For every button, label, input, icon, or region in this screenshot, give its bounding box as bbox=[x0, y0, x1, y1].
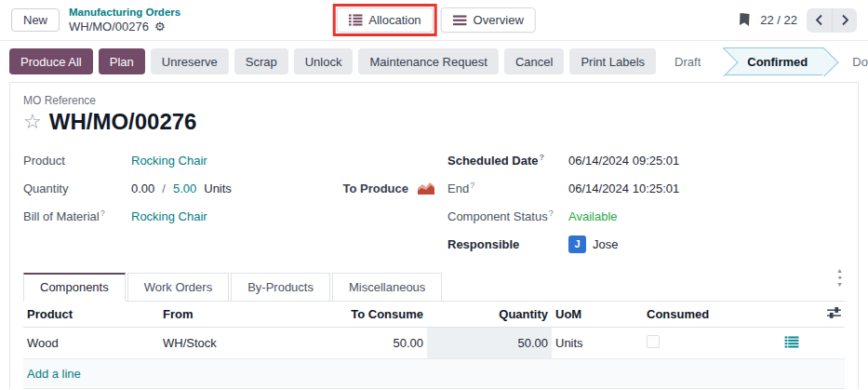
scroll-down-icon[interactable]: ▼ bbox=[836, 281, 843, 288]
plan-button[interactable]: Plan bbox=[99, 48, 145, 74]
tab-miscellaneous[interactable]: Miscellaneous bbox=[332, 273, 442, 301]
help-icon: ? bbox=[470, 181, 474, 190]
cell-to-consume[interactable]: 50.00 bbox=[330, 328, 427, 359]
status-step-done[interactable]: Done bbox=[839, 55, 868, 69]
table-header-row: Product From To Consume Quantity UoM Con… bbox=[23, 302, 845, 328]
col-header-product[interactable]: Product bbox=[23, 302, 159, 328]
quantity-produced-value[interactable]: 0.00 bbox=[131, 182, 154, 195]
components-table: Product From To Consume Quantity UoM Con… bbox=[23, 302, 845, 389]
scroll-up-icon[interactable]: ▲ bbox=[836, 267, 843, 274]
tab-work-orders[interactable]: Work Orders bbox=[127, 273, 229, 301]
cancel-button[interactable]: Cancel bbox=[504, 48, 564, 74]
forecast-chart-icon[interactable] bbox=[418, 182, 434, 195]
pager-previous-button[interactable] bbox=[807, 8, 832, 33]
mo-reference-label: MO Reference bbox=[23, 94, 845, 107]
action-button-bar: Produce All Plan Unreserve Scrap Unlock … bbox=[0, 41, 868, 82]
help-icon: ? bbox=[100, 208, 105, 218]
add-a-line-link[interactable]: Add a line bbox=[27, 367, 81, 381]
top-control-bar: New Manufacturing Orders WH/MO/00276 ⚙ bbox=[0, 0, 868, 41]
print-labels-button[interactable]: Print Labels bbox=[569, 48, 656, 74]
help-icon: ? bbox=[549, 208, 554, 218]
col-header-from[interactable]: From bbox=[159, 302, 330, 328]
col-header-consumed[interactable]: Consumed bbox=[643, 302, 764, 328]
unreserve-button[interactable]: Unreserve bbox=[151, 48, 229, 74]
quantity-total-value[interactable]: 5.00 bbox=[173, 182, 196, 195]
component-status-label: Component Status? bbox=[447, 208, 568, 223]
bom-value-link[interactable]: Rocking Chair bbox=[131, 209, 207, 223]
end-label: End? bbox=[447, 181, 568, 195]
scheduled-date-value[interactable]: 06/14/2024 09:25:01 bbox=[568, 154, 679, 168]
avatar: J bbox=[568, 235, 586, 253]
scroll-grip-icon[interactable]: ● bbox=[837, 274, 841, 280]
optional-columns-icon[interactable] bbox=[827, 307, 841, 321]
to-produce-label: To Produce bbox=[342, 182, 408, 195]
annotation-highlight-box: Allocation bbox=[332, 4, 436, 36]
bookmark-icon[interactable] bbox=[739, 13, 751, 27]
scheduled-date-field-row: Scheduled Date? 06/14/2024 09:25:01 bbox=[447, 146, 845, 174]
responsible-field-row: Responsible J Jose bbox=[447, 230, 845, 258]
cell-quantity[interactable]: 50.00 bbox=[427, 328, 552, 359]
table-row[interactable]: Wood WH/Stock 50.00 50.00 Units bbox=[23, 328, 845, 359]
end-date-field-row: End? 06/14/2024 10:25:01 bbox=[447, 174, 845, 202]
mo-reference-title[interactable]: WH/MO/00276 bbox=[49, 109, 197, 135]
allocation-button[interactable]: Allocation bbox=[336, 7, 433, 33]
cell-product[interactable]: Wood bbox=[23, 328, 159, 359]
gear-icon[interactable]: ⚙ bbox=[154, 20, 166, 33]
quantity-field-row: Quantity 0.00 / 5.00 Units To Produce bbox=[23, 174, 447, 202]
move-details-icon[interactable] bbox=[784, 337, 799, 351]
consumed-checkbox[interactable] bbox=[647, 335, 660, 348]
field-grid: Product Rocking Chair Quantity 0.00 / 5.… bbox=[23, 146, 845, 258]
bom-field-row: Bill of Material? Rocking Chair bbox=[23, 202, 447, 230]
col-header-uom[interactable]: UoM bbox=[552, 302, 643, 328]
col-header-quantity[interactable]: Quantity bbox=[427, 302, 552, 328]
end-date-value[interactable]: 06/14/2024 10:25:01 bbox=[568, 182, 679, 195]
produce-all-button[interactable]: Produce All bbox=[9, 48, 93, 74]
maintenance-request-button[interactable]: Maintenance Request bbox=[358, 48, 498, 74]
status-step-draft[interactable]: Draft bbox=[661, 55, 714, 69]
responsible-value[interactable]: J Jose bbox=[568, 235, 618, 253]
breadcrumb: Manufacturing Orders WH/MO/00276 ⚙ bbox=[69, 6, 180, 34]
breadcrumb-parent-link[interactable]: Manufacturing Orders bbox=[69, 6, 180, 19]
notebook-tabs: Components Work Orders By-Products Misce… bbox=[23, 273, 845, 302]
breadcrumb-current: WH/MO/00276 bbox=[69, 20, 149, 34]
component-status-value: Available bbox=[568, 209, 618, 223]
quantity-uom: Units bbox=[204, 182, 232, 195]
col-header-empty bbox=[764, 302, 820, 328]
bill-of-material-label: Bill of Material? bbox=[23, 208, 131, 223]
quantity-label: Quantity bbox=[23, 182, 131, 195]
col-header-to-consume[interactable]: To Consume bbox=[330, 302, 427, 328]
overview-label: Overview bbox=[474, 13, 524, 27]
responsible-name: Jose bbox=[593, 237, 618, 251]
scrap-button[interactable]: Scrap bbox=[234, 48, 288, 74]
scheduled-date-label: Scheduled Date? bbox=[447, 153, 568, 168]
tab-by-products[interactable]: By-Products bbox=[231, 273, 330, 301]
add-line-row: Add a line bbox=[23, 359, 845, 389]
form-sheet: MO Reference ☆ WH/MO/00276 Product Rocki… bbox=[9, 82, 859, 389]
overview-button[interactable]: Overview bbox=[441, 7, 536, 33]
product-label: Product bbox=[23, 154, 131, 168]
allocation-label: Allocation bbox=[368, 13, 421, 27]
list-icon bbox=[348, 14, 362, 26]
new-button[interactable]: New bbox=[11, 8, 60, 32]
pager-area: 22 / 22 bbox=[739, 8, 857, 33]
help-icon: ? bbox=[540, 153, 545, 162]
tab-components[interactable]: Components bbox=[23, 273, 126, 302]
status-pipeline: Draft Confirmed Done bbox=[661, 47, 868, 75]
cell-uom[interactable]: Units bbox=[552, 328, 643, 359]
quantity-separator: / bbox=[162, 182, 166, 195]
pager-count: 22 / 22 bbox=[760, 13, 797, 27]
component-status-field-row: Component Status? Available bbox=[447, 202, 845, 230]
scroll-handle[interactable]: ▲ ● ▼ bbox=[836, 267, 843, 288]
unlock-button[interactable]: Unlock bbox=[294, 48, 354, 74]
pager-next-button[interactable] bbox=[832, 8, 857, 33]
bars-icon bbox=[453, 15, 467, 26]
favorite-star-icon[interactable]: ☆ bbox=[23, 112, 42, 132]
product-field-row: Product Rocking Chair bbox=[23, 146, 447, 174]
product-value-link[interactable]: Rocking Chair bbox=[131, 154, 207, 168]
responsible-label: Responsible bbox=[447, 237, 568, 251]
view-switcher: Allocation Overview bbox=[332, 4, 536, 36]
status-step-confirmed[interactable]: Confirmed bbox=[723, 47, 824, 75]
cell-from[interactable]: WH/Stock bbox=[159, 328, 330, 359]
